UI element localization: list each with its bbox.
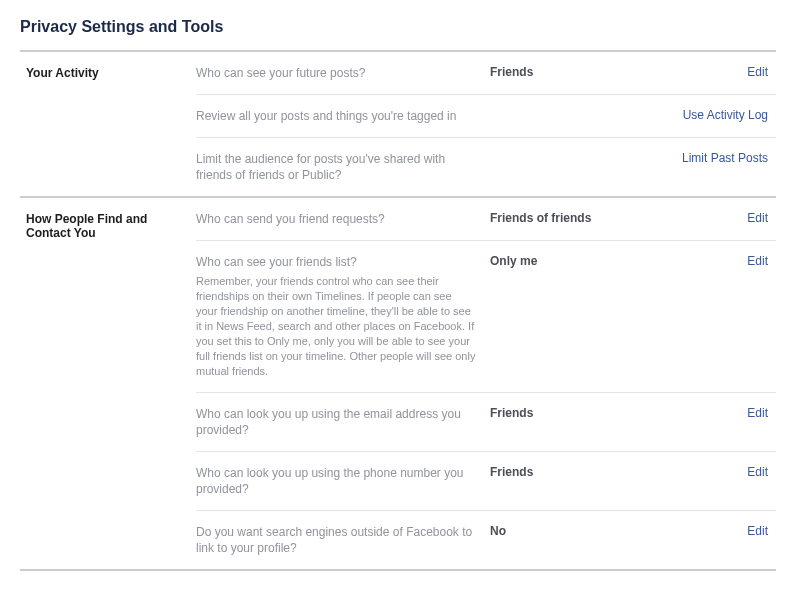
setting-value: Friends [486, 65, 638, 79]
setting-value: Friends of friends [486, 211, 638, 225]
section-label: How People Find and Contact You [20, 198, 196, 254]
section-body: Who can see your future posts? Friends E… [196, 52, 776, 196]
section-label: Your Activity [20, 52, 196, 94]
section-end-divider [20, 569, 776, 571]
setting-row-lookup-email: Who can look you up using the email addr… [196, 393, 776, 452]
setting-desc: Who can see your friends list? Remember,… [196, 254, 486, 379]
limit-past-posts-link[interactable]: Limit Past Posts [682, 151, 768, 165]
section-find-contact: How People Find and Contact You Who can … [20, 196, 776, 569]
setting-desc: Who can look you up using the phone numb… [196, 465, 486, 497]
setting-row-review-posts: Review all your posts and things you're … [196, 95, 776, 138]
edit-link[interactable]: Edit [747, 524, 768, 538]
edit-link[interactable]: Edit [747, 465, 768, 479]
setting-desc: Who can see your future posts? [196, 65, 486, 81]
setting-desc: Who can send you friend requests? [196, 211, 486, 227]
edit-link[interactable]: Edit [747, 211, 768, 225]
setting-row-lookup-phone: Who can look you up using the phone numb… [196, 452, 776, 511]
setting-value: Friends [486, 406, 638, 420]
setting-desc: Who can look you up using the email addr… [196, 406, 486, 438]
setting-row-future-posts: Who can see your future posts? Friends E… [196, 52, 776, 95]
setting-desc-text: Who can see your friends list? [196, 254, 476, 270]
edit-link[interactable]: Edit [747, 254, 768, 268]
setting-desc: Review all your posts and things you're … [196, 108, 486, 124]
setting-desc: Limit the audience for posts you've shar… [196, 151, 486, 183]
setting-desc: Do you want search engines outside of Fa… [196, 524, 486, 556]
privacy-settings-container: Privacy Settings and Tools Your Activity… [0, 0, 796, 571]
page-title: Privacy Settings and Tools [20, 18, 776, 36]
section-body: Who can send you friend requests? Friend… [196, 198, 776, 569]
setting-row-friends-list: Who can see your friends list? Remember,… [196, 241, 776, 393]
activity-log-link[interactable]: Use Activity Log [683, 108, 768, 122]
setting-value: No [486, 524, 638, 538]
edit-link[interactable]: Edit [747, 65, 768, 79]
setting-help-text: Remember, your friends control who can s… [196, 274, 476, 379]
setting-row-friend-requests: Who can send you friend requests? Friend… [196, 198, 776, 241]
setting-value: Friends [486, 465, 638, 479]
setting-value: Only me [486, 254, 638, 268]
setting-row-search-engines: Do you want search engines outside of Fa… [196, 511, 776, 569]
section-your-activity: Your Activity Who can see your future po… [20, 50, 776, 196]
edit-link[interactable]: Edit [747, 406, 768, 420]
setting-row-limit-audience: Limit the audience for posts you've shar… [196, 138, 776, 196]
